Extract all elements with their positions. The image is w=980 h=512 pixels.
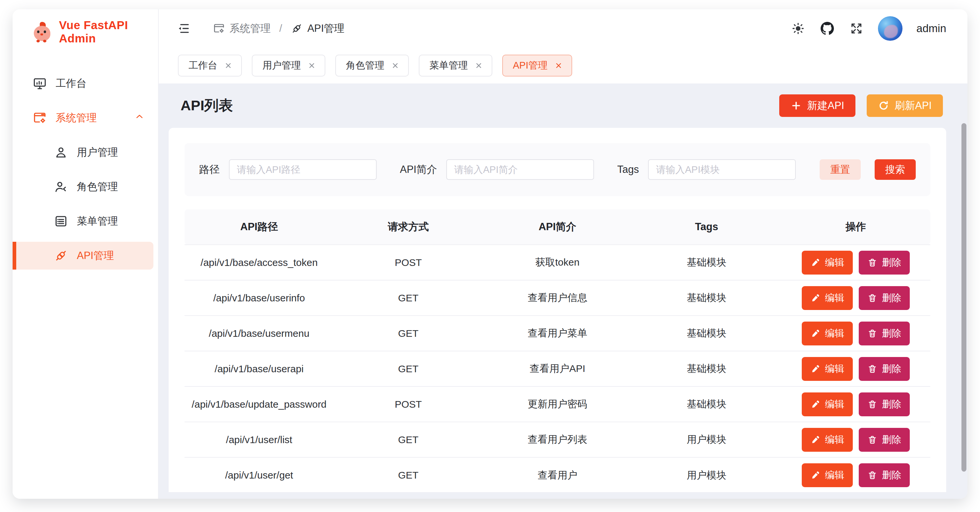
method-cell: POST xyxy=(334,245,483,280)
tab-用户管理[interactable]: 用户管理 xyxy=(252,55,325,76)
edit-button[interactable]: 编辑 xyxy=(802,321,853,345)
actions-cell: 编辑删除 xyxy=(781,422,930,457)
edit-button[interactable]: 编辑 xyxy=(802,286,853,310)
actions-cell: 编辑删除 xyxy=(781,351,930,386)
api-table-body: /api/v1/base/access_tokenPOST获取token基础模块… xyxy=(185,245,930,493)
summary-filter-label: API简介 xyxy=(400,162,437,176)
tags-cell: 基础模块 xyxy=(632,280,781,316)
delete-button[interactable]: 删除 xyxy=(859,428,910,452)
breadcrumb: 系统管理 / API管理 xyxy=(213,22,345,35)
tab-close-icon[interactable] xyxy=(307,61,316,70)
tab-close-icon[interactable] xyxy=(391,61,399,70)
username-label: admin xyxy=(916,22,946,35)
sidebar-item-menus[interactable]: 菜单管理 xyxy=(13,207,158,235)
tab-API管理[interactable]: API管理 xyxy=(502,55,572,76)
user-avatar[interactable] xyxy=(878,16,902,41)
refresh-api-button[interactable]: 刷新API xyxy=(867,94,943,117)
sidebar-item-workbench[interactable]: 工作台 xyxy=(13,70,158,97)
role-icon xyxy=(54,180,68,194)
edit-button[interactable]: 编辑 xyxy=(802,463,853,487)
vertical-scrollbar[interactable] xyxy=(961,123,966,472)
api-path-cell: /api/v1/user/list xyxy=(185,422,334,457)
tab-close-icon[interactable] xyxy=(474,61,483,70)
app-title: Vue FastAPI Admin xyxy=(59,19,158,45)
summary-cell: 查看用户信息 xyxy=(483,280,632,316)
col-tags: Tags xyxy=(632,209,781,245)
delete-button[interactable]: 删除 xyxy=(859,357,910,381)
sidebar-item-label: 系统管理 xyxy=(56,111,97,125)
tab-close-icon[interactable] xyxy=(554,61,563,70)
delete-button[interactable]: 删除 xyxy=(859,393,910,416)
path-filter-label: 路径 xyxy=(199,162,220,176)
top-header: 系统管理 / API管理 admin xyxy=(159,9,967,48)
api-path-cell: /api/v1/base/access_token xyxy=(185,245,334,280)
tags-cell: 基础模块 xyxy=(632,351,781,386)
user-icon xyxy=(54,145,68,160)
tab-工作台[interactable]: 工作台 xyxy=(178,55,242,76)
col-method: 请求方式 xyxy=(334,209,483,245)
summary-cell: 查看用户列表 xyxy=(483,422,632,457)
edit-button[interactable]: 编辑 xyxy=(802,357,853,381)
new-api-button[interactable]: 新建API xyxy=(779,94,856,117)
search-button[interactable]: 搜索 xyxy=(875,159,916,180)
delete-button[interactable]: 删除 xyxy=(859,251,910,275)
reset-button[interactable]: 重置 xyxy=(820,159,861,180)
system-icon xyxy=(32,111,47,125)
content-area: API列表 新建API 刷新API 路径 A xyxy=(159,83,967,499)
menu-icon xyxy=(54,214,68,229)
tab-label: 工作台 xyxy=(189,59,217,72)
github-icon[interactable] xyxy=(820,21,835,36)
page-title-bar: API列表 新建API 刷新API xyxy=(169,83,946,128)
api-path-cell: /api/v1/user/get xyxy=(185,457,334,493)
api-icon xyxy=(54,248,68,263)
breadcrumb-system[interactable]: 系统管理 xyxy=(213,22,270,35)
tab-close-icon[interactable] xyxy=(224,61,232,70)
edit-button[interactable]: 编辑 xyxy=(802,251,853,275)
tab-bar: 工作台用户管理角色管理菜单管理API管理 xyxy=(159,48,967,83)
sidebar-item-roles[interactable]: 角色管理 xyxy=(13,173,158,201)
edit-button[interactable]: 编辑 xyxy=(802,393,853,416)
sidebar-item-label: 用户管理 xyxy=(77,145,118,159)
actions-cell: 编辑删除 xyxy=(781,280,930,316)
breadcrumb-current[interactable]: API管理 xyxy=(291,22,345,35)
api-table: API路径 请求方式 API简介 Tags 操作 /api/v1/base/ac… xyxy=(185,209,930,493)
fullscreen-icon[interactable] xyxy=(849,21,864,36)
sidebar: Vue FastAPI Admin 工作台 系统管理 xyxy=(13,9,159,499)
theme-toggle-sun-icon[interactable] xyxy=(791,21,806,36)
api-path-cell: /api/v1/base/userinfo xyxy=(185,280,334,316)
tab-角色管理[interactable]: 角色管理 xyxy=(335,55,409,76)
tags-cell: 用户模块 xyxy=(632,457,781,493)
sidebar-item-users[interactable]: 用户管理 xyxy=(13,138,158,166)
tags-filter-input[interactable] xyxy=(648,159,796,180)
delete-button[interactable]: 删除 xyxy=(859,286,910,310)
filter-bar: 路径 API简介 Tags 重置 搜索 xyxy=(185,143,930,196)
table-row: /api/v1/base/userapiGET查看用户API基础模块编辑删除 xyxy=(185,351,930,386)
method-cell: GET xyxy=(334,316,483,351)
delete-button[interactable]: 删除 xyxy=(859,321,910,345)
sidebar-item-api[interactable]: API管理 xyxy=(13,242,153,270)
table-row: /api/v1/base/userinfoGET查看用户信息基础模块编辑删除 xyxy=(185,280,930,316)
summary-cell: 查看用户 xyxy=(483,457,632,493)
api-path-cell: /api/v1/base/update_password xyxy=(185,386,334,422)
table-row: /api/v1/user/listGET查看用户列表用户模块编辑删除 xyxy=(185,422,930,457)
summary-cell: 查看用户API xyxy=(483,351,632,386)
tags-cell: 基础模块 xyxy=(632,386,781,422)
method-cell: POST xyxy=(334,386,483,422)
header-right: admin xyxy=(791,16,946,41)
app-window: Vue FastAPI Admin 工作台 系统管理 xyxy=(13,9,967,499)
path-filter-input[interactable] xyxy=(229,159,377,180)
delete-button[interactable]: 删除 xyxy=(859,463,910,487)
refresh-icon xyxy=(878,100,889,111)
plus-icon xyxy=(791,100,802,111)
tags-cell: 基础模块 xyxy=(632,316,781,351)
chick-logo-icon xyxy=(32,21,53,42)
tab-label: 用户管理 xyxy=(262,59,301,72)
sidebar-item-system[interactable]: 系统管理 xyxy=(13,104,158,132)
summary-filter-input[interactable] xyxy=(446,159,594,180)
edit-button[interactable]: 编辑 xyxy=(802,428,853,452)
method-cell: GET xyxy=(334,422,483,457)
tags-cell: 用户模块 xyxy=(632,422,781,457)
collapse-sidebar-icon[interactable] xyxy=(176,21,191,36)
page-title: API列表 xyxy=(181,96,233,115)
tab-菜单管理[interactable]: 菜单管理 xyxy=(419,55,492,76)
